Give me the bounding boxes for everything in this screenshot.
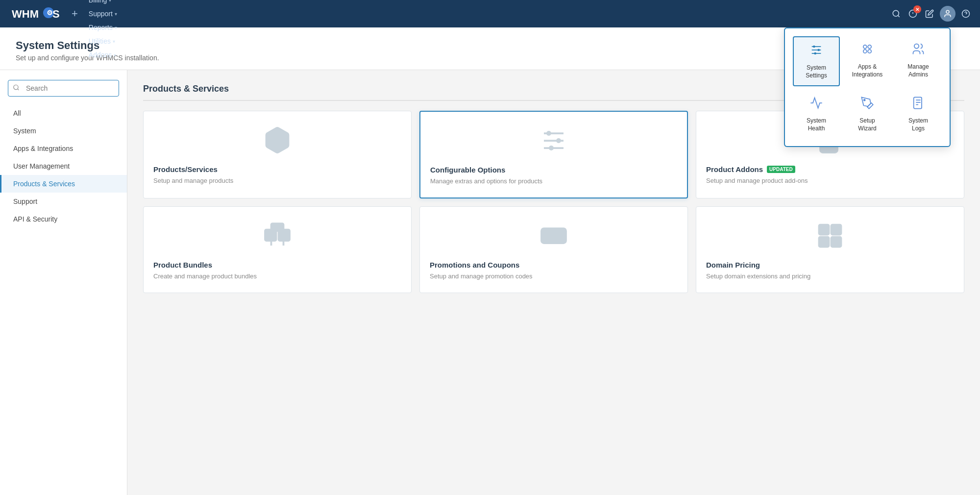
dropdown-icon-setup-wizard xyxy=(860,96,874,113)
dropdown-panel: SystemSettings Apps &Integrations Manage… xyxy=(784,27,951,147)
svg-point-19 xyxy=(549,146,554,150)
edit-button[interactable] xyxy=(923,7,936,20)
svg-point-17 xyxy=(546,131,551,136)
card-title-configurable-options: Configurable Options xyxy=(430,166,505,174)
svg-point-48 xyxy=(914,44,919,49)
dropdown-item-apps-integrations[interactable]: Apps &Integrations xyxy=(844,36,891,86)
svg-rect-34 xyxy=(819,225,829,235)
dropdown-item-setup-wizard[interactable]: SetupWizard xyxy=(844,90,891,138)
card-product-bundles[interactable]: Product Bundles Create and manage produc… xyxy=(143,206,412,293)
card-desc-configurable-options: Manage extras and options for products xyxy=(430,177,542,186)
sidebar-item-user-mgmt[interactable]: User Management xyxy=(0,157,127,175)
sidebar-item-api-security[interactable]: API & Security xyxy=(0,210,127,228)
svg-point-43 xyxy=(814,52,816,55)
svg-rect-36 xyxy=(819,237,829,247)
nav-item-support[interactable]: Support▾ xyxy=(84,7,122,21)
nav-item-addons[interactable]: Addons▾ xyxy=(84,48,122,62)
notifications-button[interactable]: ✕ xyxy=(906,7,919,20)
svg-point-46 xyxy=(863,50,867,53)
sidebar-nav: AllSystemApps & IntegrationsUser Managem… xyxy=(0,104,127,228)
notification-badge: ✕ xyxy=(913,5,921,13)
search-icon xyxy=(13,84,20,93)
sidebar-item-support[interactable]: Support xyxy=(0,193,127,210)
svg-rect-37 xyxy=(832,237,841,247)
sidebar-item-products[interactable]: Products & Services xyxy=(0,175,127,193)
card-domain-pricing[interactable]: Domain Pricing Setup domain extensions a… xyxy=(696,206,964,293)
card-icon-configurable-options xyxy=(430,124,677,158)
svg-point-47 xyxy=(868,50,871,53)
card-desc-product-addons: Setup and manage product add-ons xyxy=(706,176,808,185)
avatar[interactable] xyxy=(940,6,956,22)
svg-point-5 xyxy=(893,10,899,16)
svg-point-12 xyxy=(14,85,18,89)
card-icon-products-services xyxy=(153,123,401,157)
dropdown-label-system-settings: SystemSettings xyxy=(806,64,827,79)
dropdown-label-system-health: SystemHealth xyxy=(807,117,826,132)
svg-point-45 xyxy=(868,45,871,49)
card-desc-product-bundles: Create and manage product bundles xyxy=(153,272,257,281)
card-promotions-coupons[interactable]: Promotions and Coupons Setup and manage … xyxy=(419,206,688,293)
dropdown-icon-apps-integrations xyxy=(860,42,874,59)
search-button[interactable] xyxy=(890,7,903,20)
nav-item-billing[interactable]: Billing▾ xyxy=(84,0,122,7)
card-icon-domain-pricing xyxy=(706,219,954,253)
nav-menu: Clients▾Orders▾Billing▾Support▾Reports▾U… xyxy=(84,0,122,62)
sidebar-item-all[interactable]: All xyxy=(0,104,127,122)
svg-text:S: S xyxy=(52,8,60,20)
dropdown-label-setup-wizard: SetupWizard xyxy=(858,117,876,132)
dropdown-item-system-health[interactable]: SystemHealth xyxy=(793,90,840,138)
dropdown-icon-system-settings xyxy=(809,43,823,60)
card-title-product-bundles: Product Bundles xyxy=(153,261,212,269)
dropdown-icon-system-logs xyxy=(911,96,925,113)
dropdown-item-system-logs[interactable]: SystemLogs xyxy=(895,90,942,138)
svg-point-18 xyxy=(556,138,561,143)
dropdown-label-system-logs: SystemLogs xyxy=(908,117,928,132)
card-desc-promotions-coupons: Setup and manage promotion codes xyxy=(430,272,533,281)
navbar: WHM ⚙ S + Clients▾Orders▾Billing▾Support… xyxy=(0,0,980,27)
card-icon-product-bundles xyxy=(153,219,401,253)
card-title-product-addons: Product Addons UPDATED xyxy=(706,165,795,173)
search-box xyxy=(8,80,119,97)
dropdown-label-manage-admins: ManageAdmins xyxy=(907,63,929,78)
dropdown-item-system-settings[interactable]: SystemSettings xyxy=(793,36,840,86)
card-title-promotions-coupons: Promotions and Coupons xyxy=(430,261,519,269)
sidebar-item-system[interactable]: System xyxy=(0,122,127,140)
dropdown-icon-system-health xyxy=(809,96,823,113)
sidebar-item-apps[interactable]: Apps & Integrations xyxy=(0,140,127,157)
help-button[interactable] xyxy=(959,7,972,20)
svg-text:WHM: WHM xyxy=(12,8,39,20)
dropdown-label-apps-integrations: Apps &Integrations xyxy=(852,63,883,78)
svg-rect-26 xyxy=(271,223,284,231)
svg-point-49 xyxy=(863,99,866,101)
search-input[interactable] xyxy=(8,80,119,97)
card-desc-products-services: Setup and manage products xyxy=(153,176,233,185)
svg-rect-35 xyxy=(832,225,841,235)
dropdown-icon-manage-admins xyxy=(911,42,925,59)
svg-point-41 xyxy=(817,49,820,51)
card-desc-domain-pricing: Setup domain extensions and pricing xyxy=(706,272,810,281)
nav-item-utilities[interactable]: Utilities▾ xyxy=(84,34,122,48)
card-title-domain-pricing: Domain Pricing xyxy=(706,261,760,269)
navbar-right: ✕ xyxy=(890,6,972,22)
svg-rect-50 xyxy=(914,98,922,109)
svg-point-9 xyxy=(946,10,949,13)
card-configurable-options[interactable]: Configurable Options Manage extras and o… xyxy=(419,111,688,198)
svg-point-44 xyxy=(863,45,867,49)
card-badge: UPDATED xyxy=(767,166,795,173)
card-icon-promotions-coupons xyxy=(430,219,678,253)
card-title-products-services: Products/Services xyxy=(153,165,218,173)
add-button[interactable]: + xyxy=(68,5,82,22)
nav-item-reports[interactable]: Reports▾ xyxy=(84,21,122,34)
logo[interactable]: WHM ⚙ S xyxy=(8,4,62,23)
svg-point-39 xyxy=(813,46,815,48)
dropdown-item-manage-admins[interactable]: ManageAdmins xyxy=(895,36,942,86)
card-products-services[interactable]: Products/Services Setup and manage produ… xyxy=(143,111,412,198)
sidebar: AllSystemApps & IntegrationsUser Managem… xyxy=(0,70,127,495)
